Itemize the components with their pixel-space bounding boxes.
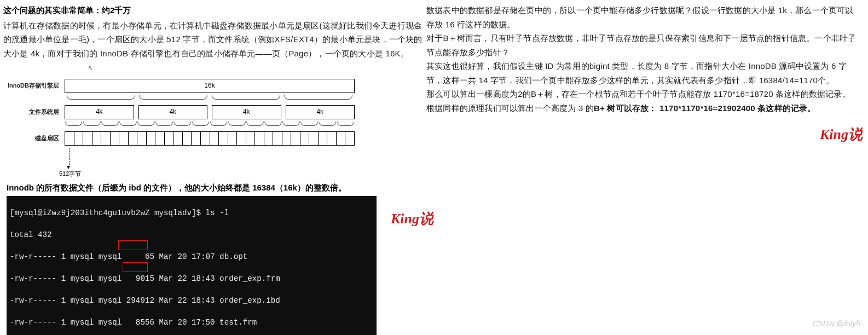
highlight-box (123, 262, 148, 272)
diagram-label-disk: 磁盘扇区 (3, 133, 65, 143)
bold-text: B+ 树可以存放： 1170*1170*16=21902400 条这样的记录。 (594, 103, 816, 113)
diagram-brace (65, 122, 355, 129)
paragraph: 那么可以算出一棵高度为2的B＋树，存在一个根节点和若干个叶子节点能存放 1170… (426, 87, 858, 101)
terminal-line: -rw-r----- 1 mysql mysql 294912 Mar 22 1… (10, 295, 373, 306)
highlight-box (118, 240, 148, 250)
subheading: Innodb 的所有数据文件（后缀为 ibd 的文件），他的大小始终都是 163… (7, 181, 423, 195)
terminal-line: -rw-r----- 1 mysql mysql 9015 Mar 22 18:… (10, 273, 373, 284)
diagram-caption: 512字节 (59, 169, 81, 179)
terminal-line: [mysql@iZwz9j203ithc4gu1uvb2wZ mysqladv]… (10, 207, 373, 218)
cursor-icon: ↖ (88, 63, 93, 73)
paragraph: 计算机在存储数据的时候，有最小存储单元，在计算机中磁盘存储数据最小单元是扇区(这… (3, 19, 423, 61)
storage-diagram: InnoDB存储引擎层 16k 文件系统层 4k 4k 4k 4k (3, 79, 423, 177)
diagram-label-fs: 文件系统层 (3, 107, 65, 117)
paragraph: 对于B＋树而言，只有叶子节点存放数据，非叶子节点存放的是只保存索引信息和下一层节… (426, 31, 858, 59)
diagram-brace (65, 95, 355, 103)
paragraph: 数据表中的数据都是存储在页中的，所以一个页中能存储多少行数据呢？假设一行数据的大… (426, 3, 858, 31)
section-title: 这个问题的其实非常简单：约2千万 (3, 3, 423, 18)
diagram-box-4k-row: 4k 4k 4k 4k (65, 105, 355, 119)
watermark: King说 (820, 123, 863, 147)
terminal-line: total 432 (10, 229, 373, 240)
source-attribution: CSDN @folyh (813, 317, 860, 331)
diagram-label-innodb: InnoDB存储引擎层 (3, 80, 65, 91)
diagram-box-16k: 16k (65, 79, 355, 93)
watermark: King说 (391, 207, 433, 231)
paragraph: 其实这也很好算，我们假设主键 ID 为常用的bigint 类型，长度为 8 字节… (426, 59, 858, 87)
arrow-down-icon (69, 148, 70, 168)
diagram-box-sectors (65, 131, 355, 146)
paragraph: 根据同样的原理我们可以算出一个高度为 3 的B+ 树可以存放： 1170*117… (426, 101, 858, 115)
terminal-line: -rw-r----- 1 mysql mysql 65 Mar 20 17:07… (10, 251, 373, 262)
terminal-line: -rw-r----- 1 mysql mysql 8556 Mar 20 17:… (10, 317, 373, 328)
terminal-output: [mysql@iZwz9j203ithc4gu1uvb2wZ mysqladv]… (7, 196, 377, 335)
